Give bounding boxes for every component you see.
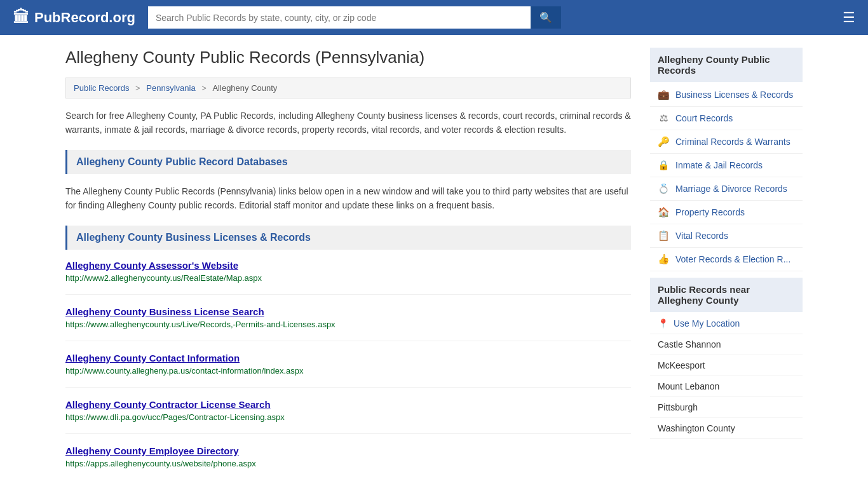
sidebar-label-court: Court Records <box>675 113 733 123</box>
breadcrumb: Public Records > Pennsylvania > Alleghen… <box>65 78 631 98</box>
pittsburgh-label: Pittsburgh <box>658 402 698 412</box>
search-input[interactable] <box>148 6 531 29</box>
sidebar-nearby-title: Public Records near Allegheny County <box>650 278 803 312</box>
menu-button[interactable]: ☰ <box>843 10 855 26</box>
record-entry: Allegheny County Employee Directory http… <box>65 445 631 480</box>
home-icon: 🏠 <box>658 207 669 218</box>
search-area: 🔍 <box>148 6 561 29</box>
page-title: Allegheny County Public Records (Pennsyl… <box>65 48 631 67</box>
record-title-3[interactable]: Allegheny County Contractor License Sear… <box>65 399 631 410</box>
mckeesport-label: McKeesport <box>658 360 705 370</box>
location-pin-icon: 📍 <box>658 318 668 329</box>
breadcrumb-pennsylvania[interactable]: Pennsylvania <box>146 83 195 93</box>
sidebar-label-business: Business Licenses & Records <box>675 90 793 100</box>
sidebar-label-inmate: Inmate & Jail Records <box>675 160 763 170</box>
logo-text: PubRecord.org <box>34 10 135 26</box>
logo-icon: 🏛 <box>13 8 29 27</box>
sidebar-item-voter[interactable]: 👍 Voter Records & Election R... <box>650 248 803 271</box>
breadcrumb-current: Allegheny County <box>212 83 277 93</box>
sidebar-item-criminal[interactable]: 🔑 Criminal Records & Warrants <box>650 130 803 154</box>
site-logo[interactable]: 🏛 PubRecord.org <box>13 8 135 27</box>
record-title-4[interactable]: Allegheny County Employee Directory <box>65 445 631 456</box>
record-title-2[interactable]: Allegheny County Contact Information <box>65 353 631 363</box>
clipboard-icon: 📋 <box>658 230 669 241</box>
hamburger-icon: ☰ <box>843 10 855 25</box>
sub-section-header: Allegheny County Business Licenses & Rec… <box>65 226 631 250</box>
record-url-3: https://www.dli.pa.gov/ucc/Pages/Contrac… <box>65 412 631 422</box>
sidebar-label-criminal: Criminal Records & Warrants <box>675 137 790 147</box>
page-description: Search for free Allegheny County, PA Pub… <box>65 109 631 137</box>
record-title-1[interactable]: Allegheny County Business License Search <box>65 306 631 317</box>
record-title-0[interactable]: Allegheny County Assessor's Website <box>65 260 631 271</box>
section-header: Allegheny County Public Record Databases <box>65 150 631 174</box>
thumbsup-icon: 👍 <box>658 254 669 265</box>
sidebar-items: 💼 Business Licenses & Records ⚖ Court Re… <box>650 83 803 271</box>
sidebar-item-property[interactable]: 🏠 Property Records <box>650 201 803 224</box>
sidebar-label-vital: Vital Records <box>675 231 728 241</box>
sidebar-nearby-use-location[interactable]: 📍 Use My Location <box>650 313 803 334</box>
sidebar-item-marriage[interactable]: 💍 Marriage & Divorce Records <box>650 177 803 201</box>
ring-icon: 💍 <box>658 183 669 194</box>
record-entry: Allegheny County Contact Information htt… <box>65 353 631 388</box>
record-url-4: https://apps.alleghenycounty.us/website/… <box>65 459 631 468</box>
sidebar: Allegheny County Public Records 💼 Busine… <box>650 48 803 488</box>
record-url-1: https://www.alleghenycounty.us/Live/Reco… <box>65 320 631 329</box>
records-list: Allegheny County Assessor's Website http… <box>65 260 631 480</box>
sidebar-nearby-mount-lebanon[interactable]: Mount Lebanon <box>650 376 803 397</box>
breadcrumb-sep-2: > <box>201 83 208 93</box>
sidebar-section-title: Allegheny County Public Records <box>650 48 803 82</box>
key-icon: 🔑 <box>658 136 669 147</box>
scales-icon: ⚖ <box>658 112 669 124</box>
sidebar-item-vital[interactable]: 📋 Vital Records <box>650 224 803 248</box>
record-entry: Allegheny County Assessor's Website http… <box>65 260 631 295</box>
sidebar-label-voter: Voter Records & Election R... <box>675 254 790 264</box>
breadcrumb-sep-1: > <box>135 83 142 93</box>
sidebar-item-business[interactable]: 💼 Business Licenses & Records <box>650 83 803 107</box>
main-container: Allegheny County Public Records (Pennsyl… <box>53 35 815 488</box>
content-area: Allegheny County Public Records (Pennsyl… <box>65 48 631 488</box>
site-header: 🏛 PubRecord.org 🔍 ☰ <box>0 0 868 35</box>
sidebar-label-property: Property Records <box>675 207 745 217</box>
record-url-0: http://www2.alleghenycounty.us/RealEstat… <box>65 273 631 283</box>
sidebar-label-marriage: Marriage & Divorce Records <box>675 184 787 194</box>
castle-shannon-label: Castle Shannon <box>658 339 721 349</box>
sidebar-item-inmate[interactable]: 🔒 Inmate & Jail Records <box>650 154 803 177</box>
sidebar-nearby-washington-county[interactable]: Washington County <box>650 418 803 439</box>
section-description: The Allegheny County Public Records (Pen… <box>65 184 631 213</box>
search-button[interactable]: 🔍 <box>531 6 561 29</box>
record-entry: Allegheny County Business License Search… <box>65 306 631 341</box>
sidebar-nearby-mckeesport[interactable]: McKeesport <box>650 355 803 376</box>
sidebar-item-court[interactable]: ⚖ Court Records <box>650 107 803 130</box>
lock-icon: 🔒 <box>658 159 669 171</box>
sidebar-nearby-castle-shannon[interactable]: Castle Shannon <box>650 334 803 355</box>
sidebar-nearby-pittsburgh[interactable]: Pittsburgh <box>650 397 803 418</box>
use-location-label: Use My Location <box>674 318 740 329</box>
mount-lebanon-label: Mount Lebanon <box>658 381 719 391</box>
record-entry: Allegheny County Contractor License Sear… <box>65 399 631 434</box>
briefcase-icon: 💼 <box>658 89 669 100</box>
search-icon: 🔍 <box>539 12 552 23</box>
breadcrumb-public-records[interactable]: Public Records <box>74 83 129 93</box>
sidebar-nearby-items: 📍 Use My Location Castle Shannon McKeesp… <box>650 313 803 439</box>
record-url-2: http://www.county.allegheny.pa.us/contac… <box>65 366 631 376</box>
washington-county-label: Washington County <box>658 423 735 433</box>
